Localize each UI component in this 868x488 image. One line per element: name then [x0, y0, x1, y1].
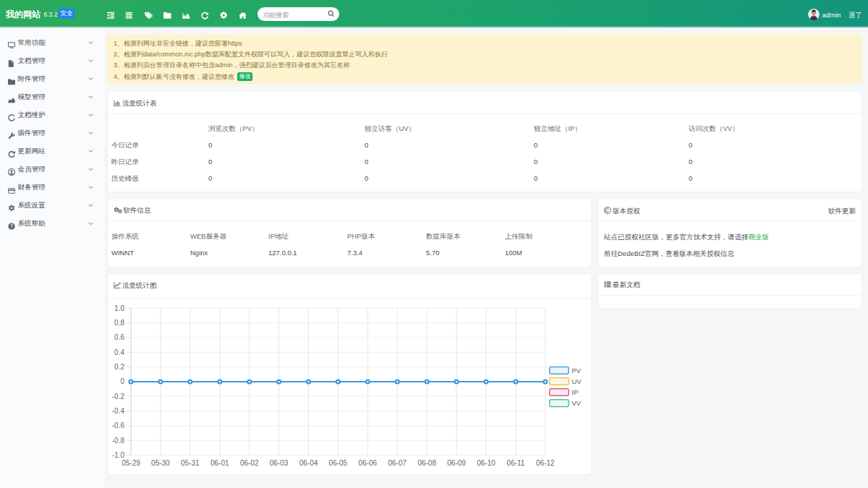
svg-text:06-11: 06-11 [507, 459, 525, 467]
svg-text:06-06: 06-06 [359, 459, 378, 467]
svg-text:VV: VV [572, 399, 582, 407]
svg-text:0: 0 [120, 377, 124, 385]
svg-text:0.6: 0.6 [114, 333, 124, 341]
svg-text:1.0: 1.0 [114, 304, 124, 312]
svg-text:PV: PV [572, 367, 582, 374]
svg-text:-0.4: -0.4 [112, 407, 125, 415]
svg-text:05-30: 05-30 [151, 459, 170, 467]
svg-text:06-07: 06-07 [388, 459, 407, 467]
svg-text:0.2: 0.2 [114, 363, 124, 371]
svg-text:0.8: 0.8 [114, 319, 124, 327]
svg-text:06-12: 06-12 [536, 459, 555, 467]
svg-text:0.4: 0.4 [114, 348, 124, 356]
svg-text:06-03: 06-03 [270, 459, 289, 467]
svg-text:-0.6: -0.6 [112, 421, 125, 429]
svg-text:06-05: 06-05 [329, 459, 348, 467]
svg-text:05-31: 05-31 [181, 459, 200, 467]
svg-text:06-08: 06-08 [417, 459, 436, 467]
svg-text:06-09: 06-09 [447, 459, 466, 467]
svg-text:-1.0: -1.0 [112, 451, 125, 459]
svg-text:06-01: 06-01 [210, 459, 229, 467]
svg-text:05-29: 05-29 [122, 459, 140, 467]
svg-text:06-02: 06-02 [240, 459, 259, 467]
svg-text:06-10: 06-10 [477, 459, 495, 467]
svg-text:-0.8: -0.8 [112, 437, 125, 445]
svg-text:IP: IP [572, 388, 579, 396]
svg-text:?: ? [10, 223, 13, 228]
svg-text:-0.2: -0.2 [112, 393, 125, 401]
svg-text:06-04: 06-04 [299, 459, 318, 467]
svg-text:UV: UV [572, 377, 582, 385]
